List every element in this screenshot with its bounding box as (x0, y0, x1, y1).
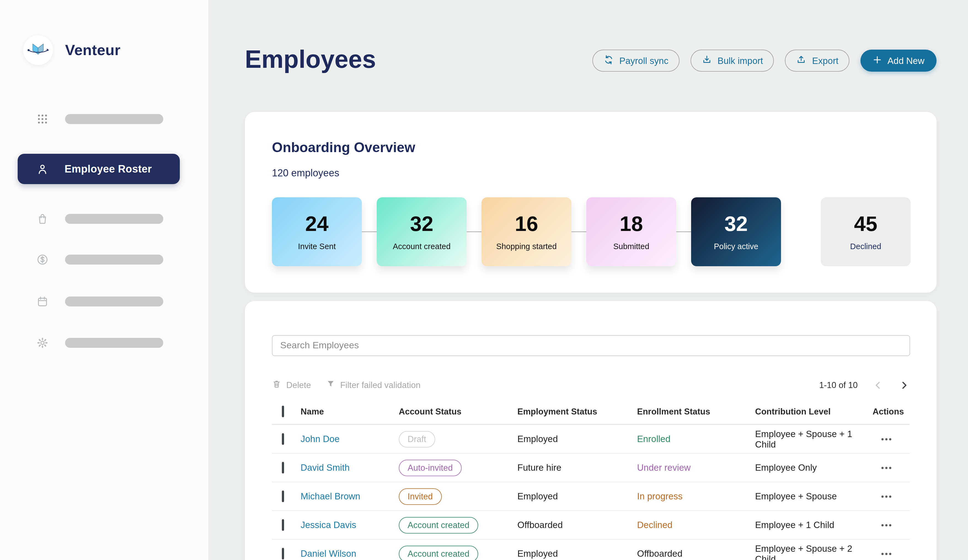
stat-card-submitted: 18Submitted (586, 197, 676, 266)
enrollment-status-cell: Offboarded (637, 548, 755, 559)
select-all-checkbox[interactable] (282, 406, 284, 417)
stat-value: 16 (515, 213, 538, 234)
sidebar-item-skeleton-3[interactable] (36, 254, 163, 266)
row-checkbox[interactable] (282, 433, 284, 444)
stat-label: Policy active (714, 242, 758, 251)
employment-status-cell: Employed (517, 434, 637, 444)
row-checkbox[interactable] (282, 548, 284, 559)
delete-button[interactable]: Delete (272, 379, 311, 391)
onboarding-overview-card: Onboarding Overview 120 employees 24Invi… (245, 112, 937, 293)
app-window: Venteur Employee Roster (0, 0, 968, 560)
table-row: Jessica Davis Account created Offboarded… (272, 511, 910, 540)
filter-failed-validation-button[interactable]: Filter failed validation (326, 379, 421, 391)
row-actions-menu-icon[interactable] (882, 524, 910, 526)
trash-icon (272, 379, 281, 391)
overview-subtitle: 120 employees (272, 168, 910, 179)
gear-icon (36, 337, 48, 349)
stat-card-invite-sent: 24Invite Sent (272, 197, 362, 266)
skeleton-bar (65, 338, 163, 348)
column-header-account-status: Account Status (399, 407, 517, 417)
sidebar-item-label: Employee Roster (65, 163, 152, 175)
shopping-bag-icon (36, 213, 48, 225)
stat-label: Account created (393, 242, 451, 251)
sidebar-item-skeleton-4[interactable] (36, 296, 163, 307)
stat-card-shopping-started: 16Shopping started (482, 197, 572, 266)
employee-name-link[interactable]: Daniel Wilson (301, 548, 356, 558)
column-header-actions: Actions (873, 407, 910, 417)
enrollment-status-cell: In progress (637, 491, 755, 502)
table-header-row: Name Account Status Employment Status En… (272, 400, 910, 425)
skeleton-bar (65, 297, 163, 306)
row-actions-menu-icon[interactable] (882, 553, 910, 555)
row-checkbox[interactable] (282, 462, 284, 473)
bulk-import-button[interactable]: Bulk import (691, 50, 774, 72)
column-header-employment-status: Employment Status (517, 407, 637, 417)
stat-connector-line (362, 231, 377, 232)
brand-name: Venteur (65, 41, 121, 59)
venteur-logo-icon (23, 35, 53, 65)
table-row: David Smith Auto-invited Future hire Und… (272, 454, 910, 482)
sidebar-item-skeleton-1[interactable] (36, 113, 163, 125)
stat-connector-line (676, 231, 691, 232)
stat-connector-line (572, 231, 586, 232)
contribution-level-cell: Employee Only (755, 463, 873, 473)
stat-value: 24 (305, 213, 329, 234)
main-content: Employees Payroll sync Bulk import (209, 0, 968, 560)
calendar-icon (36, 296, 48, 307)
stat-value: 45 (854, 213, 878, 234)
grid-icon (36, 113, 48, 125)
chevron-right-icon[interactable] (898, 380, 910, 390)
plus-icon (873, 55, 882, 66)
employee-name-link[interactable]: David Smith (301, 463, 350, 472)
overview-title: Onboarding Overview (272, 139, 910, 155)
employee-name-link[interactable]: Michael Brown (301, 491, 360, 501)
account-status-badge: Auto-invited (399, 459, 462, 476)
skeleton-bar (65, 214, 163, 224)
employee-name-link[interactable]: Jessica Davis (301, 520, 356, 530)
table-row: Daniel Wilson Account created Employed O… (272, 540, 910, 560)
add-new-button[interactable]: Add New (860, 50, 937, 72)
employment-status-cell: Future hire (517, 463, 637, 473)
download-icon (701, 54, 712, 67)
employment-status-cell: Offboarded (517, 520, 637, 530)
sidebar-item-employee-roster[interactable]: Employee Roster (18, 154, 180, 184)
table-body: John Doe Draft Employed Enrolled Employe… (272, 425, 910, 560)
contribution-level-cell: Employee + Spouse + 1 Child (755, 429, 873, 449)
contribution-level-cell: Employee + 1 Child (755, 520, 873, 530)
stat-value: 32 (724, 213, 748, 234)
skeleton-bar (65, 114, 163, 124)
row-checkbox[interactable] (282, 519, 284, 530)
contribution-level-cell: Employee + Spouse + 2 Child (755, 543, 873, 560)
stat-connector-line (467, 231, 482, 232)
stats-row: 24Invite Sent32Account created16Shopping… (272, 197, 911, 266)
filter-label: Filter failed validation (340, 380, 421, 390)
stat-label: Declined (850, 242, 882, 251)
row-actions-menu-icon[interactable] (882, 467, 910, 469)
row-actions-menu-icon[interactable] (882, 438, 910, 440)
row-actions-menu-icon[interactable] (882, 495, 910, 497)
employment-status-cell: Employed (517, 548, 637, 559)
table-toolbar: Delete Filter failed validation 1-10 of … (272, 379, 910, 391)
dollar-icon (36, 254, 48, 266)
stat-label: Invite Sent (298, 242, 336, 251)
stat-label: Submitted (613, 242, 650, 251)
sidebar-item-skeleton-5[interactable] (36, 337, 163, 349)
search-input[interactable] (272, 335, 910, 356)
column-header-enrollment-status: Enrollment Status (637, 407, 755, 417)
page-range: 1-10 of 10 (819, 380, 858, 390)
payroll-sync-label: Payroll sync (620, 55, 668, 66)
bulk-import-label: Bulk import (718, 55, 763, 66)
account-status-badge: Account created (399, 545, 478, 560)
chevron-left-icon[interactable] (873, 380, 883, 390)
export-button[interactable]: Export (785, 50, 849, 72)
funnel-icon (326, 379, 335, 391)
column-header-name: Name (301, 407, 399, 417)
employee-name-link[interactable]: John Doe (301, 434, 340, 444)
brand: Venteur (23, 35, 121, 65)
account-status-badge: Draft (399, 431, 435, 447)
sidebar-item-skeleton-2[interactable] (36, 213, 163, 225)
contribution-level-cell: Employee + Spouse (755, 491, 873, 502)
row-checkbox[interactable] (282, 490, 284, 502)
payroll-sync-button[interactable]: Payroll sync (592, 50, 680, 72)
stat-card-policy-active: 32Policy active (691, 197, 781, 266)
